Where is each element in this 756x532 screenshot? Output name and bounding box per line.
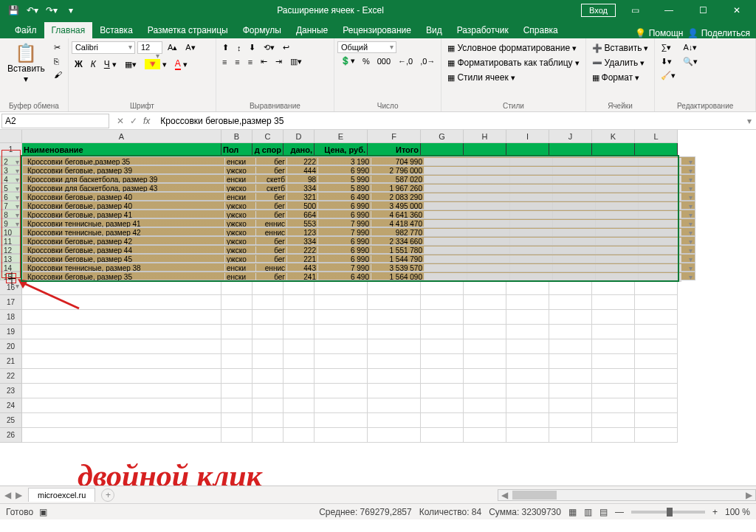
cell[interactable]: 6 490 <box>318 273 371 282</box>
cell[interactable] <box>221 325 252 339</box>
col-header-H[interactable]: H <box>464 130 506 143</box>
align-bottom-icon[interactable]: ⬇ <box>246 41 258 54</box>
sheet-nav-next-icon[interactable]: ▶ <box>16 490 22 500</box>
copy-icon[interactable]: ⎘ <box>51 55 65 67</box>
tab-developer[interactable]: Разработчик <box>450 22 516 38</box>
cell[interactable] <box>635 339 678 354</box>
cell[interactable] <box>221 339 252 354</box>
worksheet-grid[interactable]: ABCDEFGHIJKL 123456789101112131415161718… <box>0 130 756 486</box>
cell[interactable] <box>506 428 549 443</box>
cell[interactable] <box>421 398 464 413</box>
cell[interactable]: бег <box>256 273 287 282</box>
cell[interactable] <box>592 428 635 443</box>
col-header-B[interactable]: B <box>221 130 252 143</box>
sheet-tab[interactable]: microexcel.ru <box>28 488 95 502</box>
cell[interactable] <box>549 428 592 443</box>
cell[interactable] <box>284 295 315 310</box>
cell[interactable] <box>252 428 284 443</box>
cell[interactable] <box>284 310 315 325</box>
cell[interactable] <box>22 413 221 428</box>
cell[interactable] <box>421 413 464 428</box>
border-icon[interactable]: ▦▾ <box>122 57 140 72</box>
cell[interactable] <box>467 273 510 282</box>
cell[interactable] <box>221 295 252 310</box>
cell[interactable] <box>549 413 592 428</box>
cell[interactable] <box>635 398 678 413</box>
cell[interactable] <box>549 339 592 354</box>
cell[interactable] <box>22 339 221 354</box>
cell[interactable] <box>284 339 315 354</box>
cell[interactable] <box>252 295 284 310</box>
paste-button[interactable]: 📋 Вставить▾ <box>3 41 49 86</box>
row-header[interactable]: 22 <box>0 369 22 384</box>
maximize-icon[interactable]: ☐ <box>688 0 718 21</box>
font-size-select[interactable]: 12 <box>137 41 162 54</box>
cells-area[interactable]: НаименованиеПолд спордано,Цена, руб.Итог… <box>22 143 695 443</box>
cell[interactable] <box>549 143 592 156</box>
cell[interactable] <box>464 413 506 428</box>
cell-styles-button[interactable]: ▦ Стили ячеек▾ <box>444 71 518 84</box>
cell[interactable] <box>592 398 635 413</box>
cell[interactable] <box>284 413 315 428</box>
cell[interactable] <box>464 295 506 310</box>
tab-view[interactable]: Вид <box>419 22 450 38</box>
formula-input[interactable]: Кроссовки беговые,размер 35 <box>156 114 743 128</box>
row-header[interactable]: 25 <box>0 413 22 428</box>
cell[interactable] <box>464 143 506 156</box>
cell[interactable] <box>464 339 506 354</box>
cell[interactable] <box>22 398 221 413</box>
col-header-J[interactable]: J <box>549 130 592 143</box>
cell[interactable] <box>592 369 635 384</box>
cell[interactable]: Итого <box>368 143 421 156</box>
cell[interactable] <box>592 310 635 325</box>
col-header-K[interactable]: K <box>592 130 635 143</box>
cell[interactable] <box>464 428 506 443</box>
save-icon[interactable]: 💾 <box>4 1 22 19</box>
cell[interactable] <box>221 413 252 428</box>
close-icon[interactable]: ✕ <box>722 0 752 21</box>
cell[interactable] <box>635 295 678 310</box>
row-header[interactable]: 21 <box>0 354 22 369</box>
indent-inc-icon[interactable]: ⇥ <box>272 55 285 68</box>
cancel-formula-icon[interactable]: ✕ <box>117 116 124 126</box>
format-cells-button[interactable]: ▦ Формат▾ <box>589 71 643 84</box>
cell[interactable] <box>506 280 549 295</box>
horizontal-scrollbar[interactable]: ◀ ▶ <box>498 489 756 501</box>
cell[interactable] <box>421 280 464 295</box>
row-header[interactable]: 23 <box>0 384 22 398</box>
cell[interactable] <box>592 354 635 369</box>
cell[interactable] <box>315 280 368 295</box>
tab-review[interactable]: Рецензирование <box>335 22 419 38</box>
cell[interactable] <box>315 369 368 384</box>
cell[interactable] <box>368 369 421 384</box>
cell[interactable] <box>284 428 315 443</box>
cell[interactable] <box>421 339 464 354</box>
col-header-I[interactable]: I <box>506 130 549 143</box>
tab-file[interactable]: Файл <box>7 22 44 38</box>
cell[interactable] <box>252 369 284 384</box>
cell[interactable] <box>421 369 464 384</box>
cell[interactable] <box>635 354 678 369</box>
sheet-nav-prev-icon[interactable]: ◀ <box>4 490 11 500</box>
cell[interactable] <box>506 295 549 310</box>
minimize-icon[interactable]: — <box>654 0 684 21</box>
cell[interactable] <box>22 280 221 295</box>
cell[interactable] <box>592 295 635 310</box>
cell[interactable] <box>639 273 681 282</box>
cell[interactable] <box>368 295 421 310</box>
cell[interactable] <box>368 339 421 354</box>
font-family-select[interactable]: Calibri <box>72 41 135 54</box>
cell[interactable] <box>421 428 464 443</box>
number-format-select[interactable]: Общий <box>337 41 396 53</box>
cell[interactable] <box>464 310 506 325</box>
cell[interactable] <box>368 310 421 325</box>
insert-cells-button[interactable]: ➕ Вставить▾ <box>589 41 652 55</box>
cell[interactable] <box>549 369 592 384</box>
tab-help[interactable]: Справка <box>516 22 566 38</box>
cell[interactable] <box>22 325 221 339</box>
row-header[interactable]: 24 <box>0 398 22 413</box>
cell[interactable] <box>315 384 368 398</box>
cell[interactable] <box>425 273 467 282</box>
cell[interactable] <box>421 143 464 156</box>
cell[interactable] <box>464 280 506 295</box>
